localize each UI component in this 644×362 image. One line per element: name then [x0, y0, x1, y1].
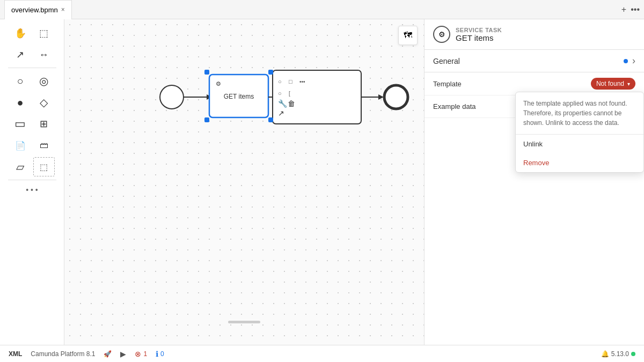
- lasso-tool[interactable]: ↗: [10, 45, 31, 64]
- properties-panel: ⚙ SERVICE TASK GET items General › Templ…: [424, 19, 644, 345]
- tool-row-4: ● ◇: [10, 93, 55, 112]
- tool-row-7: ▱ ⬚: [10, 157, 55, 176]
- intermediate-event-tool[interactable]: ◎: [33, 71, 55, 91]
- space-tool[interactable]: ↔: [33, 45, 55, 64]
- gateway-tool[interactable]: ◇: [33, 93, 55, 112]
- data-store-tool[interactable]: 🗃: [33, 136, 55, 155]
- unlink-action[interactable]: Unlink: [516, 135, 643, 153]
- data-object-tool[interactable]: 📄: [10, 136, 31, 155]
- template-dropdown: The template applied was not found. Ther…: [515, 92, 644, 173]
- version-dot: [631, 352, 635, 356]
- tab-label: overview.bpmn: [11, 6, 58, 14]
- panel-subtitle: SERVICE TASK: [456, 27, 502, 33]
- svg-text:↗: ↗: [278, 109, 284, 117]
- example-data-label: Example data: [433, 102, 476, 110]
- template-row: Template Not found ▾ The template applie…: [425, 72, 644, 95]
- more-tools-button[interactable]: • • •: [24, 183, 40, 196]
- map-icon: 🗺: [404, 31, 412, 40]
- gear-icon: ⚙: [438, 30, 445, 39]
- info-status[interactable]: ℹ 0: [156, 350, 164, 358]
- svg-text:🔧: 🔧: [278, 99, 288, 108]
- svg-text:□: □: [289, 78, 292, 85]
- toolbar-divider-2: [8, 180, 56, 180]
- error-count: 1: [143, 350, 147, 358]
- svg-text:GET items: GET items: [224, 93, 254, 100]
- not-found-badge[interactable]: Not found ▾: [591, 78, 635, 90]
- badge-chevron-icon: ▾: [627, 81, 630, 87]
- deploy-icon[interactable]: 🚀: [104, 350, 112, 358]
- svg-marker-1: [207, 94, 212, 100]
- toolbar: ✋ ⬚ ↗ ↔ ○ ◎ ● ◇ ▭ ⊞ 📄 🗃 ▱ ⬚ • • •: [0, 19, 64, 345]
- diagram-canvas[interactable]: 🗺 ⚙ GET items ○ □ ••• ○ [ 🔧 🗑: [64, 19, 424, 345]
- error-status[interactable]: ⊗ 1: [135, 350, 147, 358]
- status-bar: XML Camunda Platform 8.1 🚀 ▶ ⊗ 1 ℹ 0 🔔 5…: [0, 345, 644, 362]
- play-icon[interactable]: ▶: [120, 350, 126, 358]
- marquee-tool[interactable]: ⬚: [33, 24, 55, 43]
- text-tool[interactable]: ⬚: [33, 157, 55, 176]
- svg-marker-16: [378, 94, 384, 100]
- general-indicator-dot: [624, 59, 628, 63]
- panel-header: ⚙ SERVICE TASK GET items: [425, 19, 644, 50]
- tab-close-icon[interactable]: ×: [61, 6, 65, 13]
- title-bar: overview.bpmn × + •••: [0, 0, 644, 19]
- tool-row-1: ✋ ⬚: [10, 24, 55, 43]
- add-tab-button[interactable]: +: [621, 5, 626, 14]
- subprocess-tool[interactable]: ⊞: [33, 114, 55, 134]
- platform-label: Camunda Platform 8.1: [31, 350, 95, 358]
- template-label: Template: [433, 80, 462, 88]
- start-event: [160, 85, 184, 109]
- end-event-tool[interactable]: ●: [10, 93, 31, 112]
- remove-action[interactable]: Remove: [516, 153, 643, 172]
- scroll-indicator: [228, 321, 260, 323]
- svg-rect-6: [273, 70, 361, 124]
- svg-text:🗑: 🗑: [288, 99, 295, 108]
- svg-text:⚙: ⚙: [216, 80, 221, 87]
- selection-handles: [207, 72, 271, 120]
- title-bar-actions: + •••: [621, 5, 640, 14]
- dropdown-message: The template applied was not found. Ther…: [516, 92, 643, 135]
- more-options-button[interactable]: •••: [631, 5, 640, 14]
- svg-text:○: ○: [278, 90, 282, 97]
- group-tool[interactable]: ▱: [10, 157, 31, 176]
- xml-label[interactable]: XML: [9, 350, 22, 358]
- toolbar-divider-1: [8, 68, 56, 68]
- notification-icon[interactable]: 🔔: [601, 350, 609, 358]
- task-tool[interactable]: ▭: [10, 114, 31, 134]
- tab-area: overview.bpmn ×: [4, 0, 72, 19]
- info-circle-icon: ℹ: [156, 350, 158, 358]
- tool-row-6: 📄 🗃: [10, 136, 55, 155]
- tool-row-5: ▭ ⊞: [10, 114, 55, 134]
- svg-point-17: [384, 85, 408, 109]
- file-tab[interactable]: overview.bpmn ×: [4, 0, 72, 19]
- not-found-text: Not found: [596, 80, 624, 87]
- svg-text:[: [: [289, 91, 290, 97]
- minimap-button[interactable]: 🗺: [398, 26, 418, 45]
- svg-rect-2: [209, 75, 268, 117]
- general-label: General: [433, 57, 460, 65]
- bpmn-diagram: ⚙ GET items ○ □ ••• ○ [ 🔧 🗑 ↗: [64, 19, 424, 345]
- tool-row-2: ↗ ↔: [10, 45, 55, 64]
- version-number: 5.13.0: [611, 350, 629, 358]
- svg-text:○: ○: [278, 78, 282, 85]
- panel-task-name: GET items: [456, 33, 502, 42]
- svg-text:•••: •••: [299, 79, 305, 85]
- general-section-header[interactable]: General ›: [425, 50, 644, 72]
- version-info: 🔔 5.13.0: [601, 350, 635, 358]
- info-count: 0: [160, 350, 164, 358]
- hand-tool[interactable]: ✋: [10, 24, 31, 43]
- tool-row-3: ○ ◎: [10, 71, 55, 91]
- start-event-tool[interactable]: ○: [10, 71, 31, 91]
- main-area: ✋ ⬚ ↗ ↔ ○ ◎ ● ◇ ▭ ⊞ 📄 🗃 ▱ ⬚ • • •: [0, 19, 644, 345]
- general-chevron: ›: [632, 55, 635, 67]
- error-circle-icon: ⊗: [135, 350, 141, 358]
- panel-title-group: SERVICE TASK GET items: [456, 27, 502, 42]
- service-task-icon: ⚙: [433, 26, 450, 43]
